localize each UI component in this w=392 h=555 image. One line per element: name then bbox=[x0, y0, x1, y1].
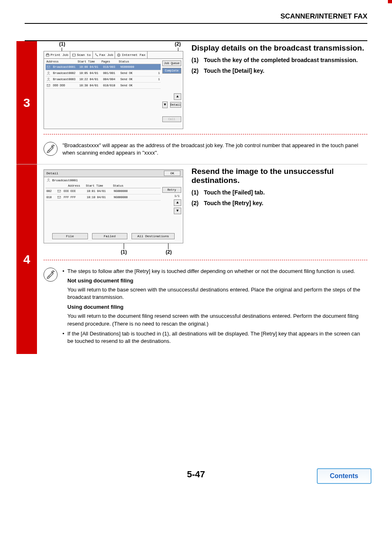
step-4-section: 4 Detail OK Broadcast0001 bbox=[16, 164, 367, 354]
scroll-down-button[interactable]: ▼ bbox=[162, 102, 168, 108]
job-row[interactable]: Broadcast0003 10:22 04/01 004/004 Send O… bbox=[46, 76, 161, 83]
job-row-selected[interactable]: Broadcast0001 10:00 04/01 010/003 NG0000… bbox=[46, 64, 161, 70]
step3-title: Display details on the broadcast transmi… bbox=[191, 44, 367, 53]
tab-internet-fax[interactable]: Internet Fax bbox=[115, 51, 148, 58]
failed-row[interactable]: 002 EEE EEE 10:01 04/01 NG000000 bbox=[46, 188, 161, 194]
callout-2: (2) bbox=[175, 41, 181, 47]
note-p1: You will return to the base screen with … bbox=[67, 286, 367, 301]
detail-button[interactable]: Detail bbox=[170, 102, 181, 108]
callout-1: (1) bbox=[121, 249, 127, 255]
step-3-section: 3 (1) (2) Print Job bbox=[16, 41, 367, 164]
note-bullet-1: The steps to follow after the [Retry] ke… bbox=[62, 268, 367, 275]
step4-notes: The steps to follow after the [Retry] ke… bbox=[62, 268, 367, 347]
step3-note: "Broadcastxxxx" will appear as the addre… bbox=[62, 142, 367, 157]
ok-button[interactable]: OK bbox=[164, 171, 180, 176]
complete-button[interactable]: Complete bbox=[162, 68, 181, 74]
dashed-separator bbox=[44, 134, 367, 134]
col-address: Address bbox=[46, 184, 83, 187]
job-queue-button[interactable]: Job Queue bbox=[162, 60, 181, 66]
detail-screen: Detail OK Broadcast0001 Address Start Ti… bbox=[44, 169, 183, 243]
detail-title: Detail bbox=[46, 171, 58, 175]
header-rule bbox=[25, 23, 367, 24]
retry-button[interactable]: Retry bbox=[162, 187, 181, 193]
step4-title: Resend the image to the unsuccessful des… bbox=[191, 167, 367, 185]
page-header: SCANNER/INTERNET FAX bbox=[0, 0, 392, 23]
job-status-screen: Print Job Scan to Fax Job bbox=[44, 51, 183, 129]
contents-button[interactable]: Contents bbox=[317, 468, 371, 484]
job-row[interactable]: DDD DDD 10:30 04/01 010/010 Send OK bbox=[46, 83, 161, 89]
svg-point-10 bbox=[48, 179, 49, 180]
col-start: Start Time bbox=[86, 184, 111, 187]
col-status: Status bbox=[113, 184, 123, 187]
job-row[interactable]: Broadcast0002 10:05 04/01 001/001 Send O… bbox=[46, 70, 161, 76]
step3-item-2: (2)Touch the [Detail] key. bbox=[191, 67, 367, 74]
failed-tab[interactable]: Failed bbox=[92, 233, 128, 239]
top-red-accent bbox=[388, 0, 392, 3]
call-button[interactable]: Call bbox=[162, 116, 181, 122]
col-start: Start Time bbox=[78, 60, 99, 63]
step4-item-2: (2)Touch the [Retry] key. bbox=[191, 200, 367, 206]
step-number-4: 4 bbox=[16, 164, 37, 354]
failed-row[interactable]: 010 FFF FFF 10:10 04/01 NG000000 bbox=[46, 194, 161, 201]
svg-rect-2 bbox=[73, 54, 76, 56]
dashed-separator bbox=[44, 260, 367, 260]
page-footer: 5-47 Contents bbox=[0, 469, 392, 492]
svg-rect-1 bbox=[47, 53, 48, 54]
scroll-down-button[interactable]: ▼ bbox=[174, 208, 181, 214]
svg-point-6 bbox=[48, 78, 49, 79]
step-number-3: 3 bbox=[16, 41, 37, 164]
scroll-up-button[interactable]: ▲ bbox=[174, 93, 181, 100]
tab-fax-job[interactable]: Fax Job bbox=[93, 51, 115, 58]
note-icon bbox=[44, 142, 58, 156]
note-icon bbox=[44, 268, 58, 282]
col-status: Status bbox=[119, 60, 129, 63]
step4-item-1: (1)Touch the [Failed] tab. bbox=[191, 189, 367, 196]
scroll-indicator: 1/1 bbox=[162, 194, 181, 198]
page-number: 5-47 bbox=[187, 469, 205, 479]
note-p2: You will return to the document filing r… bbox=[67, 312, 367, 327]
scroll-up-button[interactable]: ▲ bbox=[174, 199, 181, 206]
svg-point-5 bbox=[48, 72, 49, 73]
tab-print-job[interactable]: Print Job bbox=[44, 51, 70, 58]
note-h2: Using document filing bbox=[67, 304, 124, 310]
step3-item-1: (1)Touch the key of the completed broadc… bbox=[191, 57, 367, 63]
detail-subtitle: Broadcast0001 bbox=[52, 178, 78, 182]
file-tab[interactable]: File bbox=[52, 233, 88, 239]
callout-1: (1) bbox=[59, 41, 65, 47]
all-destinations-tab[interactable]: All Destinations bbox=[131, 233, 175, 239]
note-h1: Not using document filing bbox=[67, 278, 133, 284]
col-address: Address bbox=[46, 60, 75, 63]
note-bullet-2: If the [All Destinations] tab is touched… bbox=[62, 330, 367, 345]
callout-2: (2) bbox=[166, 249, 172, 255]
tab-scan-to[interactable]: Scan to bbox=[70, 51, 93, 58]
col-pages: Pages bbox=[101, 60, 116, 63]
